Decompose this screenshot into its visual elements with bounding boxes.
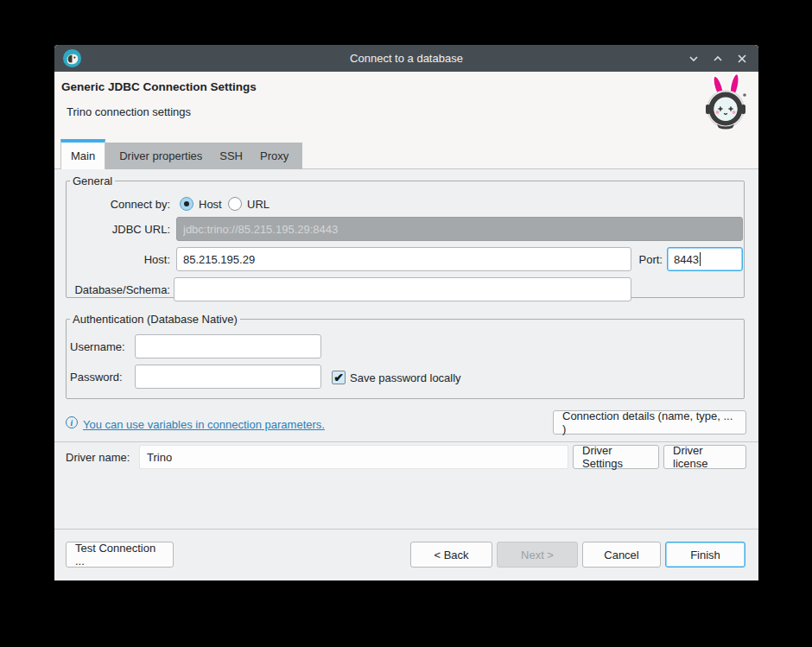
window-title: Connect to a database bbox=[54, 45, 758, 72]
connect-by-label: Connect by: bbox=[54, 198, 170, 211]
text-caret bbox=[700, 252, 701, 266]
tab-main[interactable]: Main bbox=[60, 139, 105, 169]
jdbc-url-label: JDBC URL: bbox=[54, 223, 170, 236]
driver-name-label: Driver name: bbox=[66, 451, 130, 464]
tab-driver-properties[interactable]: Driver properties bbox=[111, 149, 211, 162]
authentication-group-legend: Authentication (Database Native) bbox=[70, 313, 240, 326]
variables-link[interactable]: You can use variables in connection para… bbox=[83, 418, 325, 431]
database-schema-input[interactable] bbox=[174, 277, 631, 301]
close-icon[interactable] bbox=[734, 51, 750, 67]
titlebar[interactable]: Connect to a database bbox=[54, 45, 758, 72]
connection-details-button[interactable]: Connection details (name, type, ... ) bbox=[553, 410, 746, 435]
tab-group-inactive: Driver properties SSH Proxy bbox=[105, 143, 302, 169]
footer-separator bbox=[54, 529, 758, 530]
host-input[interactable] bbox=[176, 247, 631, 271]
maximize-icon[interactable] bbox=[710, 51, 726, 67]
dialog-header: Generic JDBC Connection Settings Trino c… bbox=[54, 72, 758, 169]
driver-separator bbox=[54, 441, 758, 442]
password-label: Password: bbox=[70, 371, 123, 384]
tab-main-label: Main bbox=[71, 149, 95, 162]
test-connection-button[interactable]: Test Connection ... bbox=[66, 542, 174, 568]
minimize-icon[interactable] bbox=[686, 51, 701, 67]
port-label: Port: bbox=[607, 253, 663, 266]
info-icon: i bbox=[66, 416, 78, 428]
connect-dialog: Connect to a database Generic JDBC Conne… bbox=[54, 45, 758, 580]
port-input[interactable]: 8443 bbox=[667, 247, 743, 271]
url-radio[interactable] bbox=[228, 197, 242, 211]
password-input[interactable] bbox=[135, 365, 321, 389]
page-subtitle: Trino connection settings bbox=[67, 105, 191, 118]
tab-proxy[interactable]: Proxy bbox=[251, 149, 297, 162]
jdbc-url-field bbox=[176, 217, 743, 241]
host-radio[interactable] bbox=[180, 197, 193, 211]
save-password-label[interactable]: Save password locally bbox=[350, 371, 461, 384]
next-button: Next > bbox=[497, 542, 578, 568]
save-password-checkbox[interactable]: ✔ bbox=[332, 371, 346, 384]
url-radio-label[interactable]: URL bbox=[247, 198, 270, 211]
tab-ssh[interactable]: SSH bbox=[211, 149, 251, 162]
finish-button[interactable]: Finish bbox=[665, 542, 745, 568]
variables-hint: You can use variables in connection para… bbox=[83, 416, 325, 432]
host-radio-label[interactable]: Host bbox=[199, 198, 222, 211]
back-button[interactable]: < Back bbox=[410, 542, 492, 568]
database-schema-label: Database/Schema: bbox=[54, 283, 170, 296]
username-input[interactable] bbox=[135, 334, 321, 358]
host-label: Host: bbox=[54, 253, 170, 266]
general-group-legend: General bbox=[70, 174, 115, 187]
page-title: Generic JDBC Connection Settings bbox=[61, 80, 257, 93]
trino-bunny-logo bbox=[700, 74, 753, 133]
username-label: Username: bbox=[70, 340, 125, 353]
cancel-button[interactable]: Cancel bbox=[582, 542, 661, 568]
driver-settings-button[interactable]: Driver Settings bbox=[573, 445, 659, 469]
tab-bar: Main Driver properties SSH Proxy bbox=[60, 139, 302, 169]
driver-license-button[interactable]: Driver license bbox=[663, 445, 746, 469]
driver-name-field: Trino bbox=[139, 445, 568, 469]
port-value: 8443 bbox=[674, 253, 699, 266]
